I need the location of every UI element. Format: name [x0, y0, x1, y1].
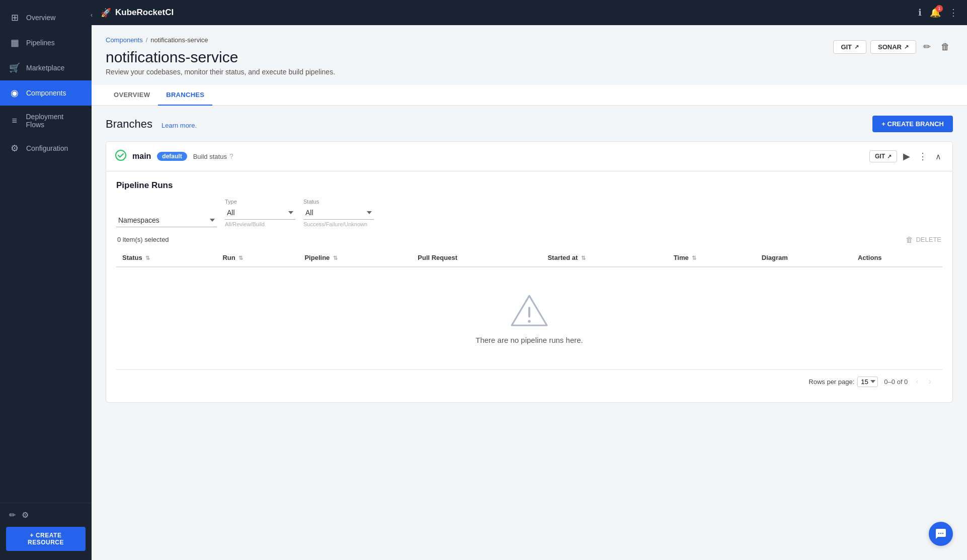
marketplace-icon: 🛒	[9, 62, 20, 73]
pipeline-runs-filters: Namespaces Type All All/Review/Build Sta…	[116, 199, 942, 227]
build-status-label: Build status ?	[193, 152, 233, 160]
namespaces-select[interactable]: Namespaces	[116, 214, 217, 227]
delete-button[interactable]: 🗑 DELETE	[906, 235, 941, 244]
sonar-external-icon: ↗	[904, 44, 909, 50]
svg-point-4	[940, 533, 941, 534]
sidebar-item-label: Marketplace	[26, 64, 64, 72]
main-wrapper: 🚀 KubeRocketCI ℹ 🔔 1 ⋮ Components / noti…	[92, 0, 967, 560]
type-label: Type	[225, 199, 295, 205]
notifications-icon[interactable]: 🔔 1	[930, 7, 941, 18]
sidebar-item-components[interactable]: ◉ Components	[0, 80, 92, 106]
git-external-icon: ↗	[854, 44, 859, 50]
sidebar-item-label: Pipelines	[26, 39, 55, 47]
sonar-button[interactable]: SONAR ↗	[870, 40, 916, 54]
header-actions: GIT ↗ SONAR ↗ ✏ 🗑	[833, 39, 953, 54]
sidebar-item-marketplace[interactable]: 🛒 Marketplace	[0, 55, 92, 80]
col-status[interactable]: Status ⇅	[116, 249, 216, 267]
topbar: 🚀 KubeRocketCI ℹ 🔔 1 ⋮	[92, 0, 967, 25]
empty-state-icon	[509, 293, 549, 328]
learn-more-link[interactable]: Learn more.	[162, 122, 197, 129]
pipelines-icon: ▦	[9, 37, 20, 48]
namespaces-filter: Namespaces	[116, 214, 217, 227]
edit-resource-button[interactable]: ✏	[920, 39, 934, 54]
topbar-icons: ℹ 🔔 1 ⋮	[918, 7, 958, 18]
sidebar-item-overview[interactable]: ⊞ Overview	[0, 5, 92, 30]
sidebar-item-label: Overview	[26, 14, 55, 22]
sidebar-item-deployment-flows[interactable]: ≡ Deployment Flows	[0, 106, 92, 136]
branch-git-external-icon: ↗	[887, 153, 892, 160]
branch-actions: GIT ↗ ▶ Trigger build PipelineRun ⋮ ∧	[869, 149, 943, 164]
status-hint: Success/Failure/Unknown	[303, 221, 374, 227]
rows-per-page-select[interactable]: 15	[857, 377, 878, 387]
rows-per-page-label: Rows per page:	[809, 378, 854, 386]
branch-more-button[interactable]: ⋮	[916, 149, 929, 164]
sidebar-item-configuration[interactable]: ⚙ Configuration	[0, 136, 92, 161]
rows-per-page: Rows per page: 15	[809, 377, 878, 387]
branch-card: main default Build status ? GIT ↗ ▶ Trig…	[106, 141, 953, 403]
empty-state: There are no pipeline runs here.	[116, 267, 942, 369]
trigger-pipeline-run-button[interactable]: ▶ Trigger build PipelineRun	[901, 149, 912, 164]
info-icon[interactable]: ℹ	[918, 7, 922, 18]
sort-pipeline-icon: ⇅	[333, 255, 338, 261]
pipeline-runs-title: Pipeline Runs	[116, 180, 942, 191]
sidebar-item-pipelines[interactable]: ▦ Pipelines	[0, 30, 92, 55]
col-time[interactable]: Time ⇅	[668, 249, 756, 267]
deployment-flows-icon: ≡	[9, 116, 20, 126]
sidebar-settings-icon[interactable]: ⚙	[22, 510, 29, 520]
sidebar-item-label: Configuration	[26, 144, 68, 152]
status-select[interactable]: All	[303, 206, 374, 220]
chat-fab-button[interactable]	[929, 522, 953, 546]
create-branch-button[interactable]: + CREATE BRANCH	[872, 116, 953, 132]
selected-count: 0 item(s) selected	[117, 236, 169, 243]
sort-started-icon: ⇅	[581, 255, 586, 261]
col-started-at[interactable]: Started at ⇅	[541, 249, 667, 267]
main-content: Components / notifications-service notif…	[92, 25, 967, 560]
create-resource-button[interactable]: + CREATE RESOURCE	[6, 527, 86, 551]
prev-page-button[interactable]: ‹	[914, 376, 920, 387]
build-status-help-icon[interactable]: ?	[229, 152, 233, 160]
svg-point-0	[116, 150, 126, 160]
tabs: OVERVIEW BRANCHES	[92, 85, 967, 106]
app-logo: 🚀 KubeRocketCI	[101, 8, 174, 18]
type-select[interactable]: All	[225, 206, 295, 220]
sidebar-collapse-btn[interactable]: ‹	[86, 9, 98, 21]
page-header: notifications-service	[106, 49, 335, 66]
branch-header: main default Build status ? GIT ↗ ▶ Trig…	[106, 142, 952, 171]
breadcrumb: Components / notifications-service	[106, 36, 335, 44]
col-actions: Actions	[852, 249, 942, 267]
breadcrumb-current: notifications-service	[150, 36, 208, 44]
notification-badge: 1	[936, 5, 943, 12]
branch-git-button[interactable]: GIT ↗	[869, 150, 897, 162]
git-button[interactable]: GIT ↗	[833, 40, 866, 54]
sort-time-icon: ⇅	[692, 255, 696, 261]
tab-overview[interactable]: OVERVIEW	[106, 85, 158, 106]
rocket-icon: 🚀	[101, 8, 111, 18]
type-hint: All/Review/Build	[225, 221, 295, 227]
next-page-button[interactable]: ›	[927, 376, 933, 387]
more-menu-icon[interactable]: ⋮	[949, 7, 958, 18]
breadcrumb-separator: /	[146, 36, 148, 44]
delete-icon: 🗑	[906, 235, 913, 244]
svg-point-5	[942, 533, 943, 534]
breadcrumb-parent-link[interactable]: Components	[106, 36, 143, 44]
page-title: notifications-service	[106, 49, 238, 66]
sidebar-item-label: Deployment Flows	[26, 113, 83, 129]
sidebar-edit-icon[interactable]: ✏	[9, 510, 16, 520]
svg-point-2	[528, 320, 531, 323]
overview-icon: ⊞	[9, 12, 20, 23]
sort-status-icon: ⇅	[145, 255, 150, 261]
branch-collapse-button[interactable]: ∧	[933, 150, 943, 163]
col-run[interactable]: Run ⇅	[216, 249, 298, 267]
page-range: 0–0 of 0	[884, 378, 908, 386]
table-controls: 0 item(s) selected 🗑 DELETE	[116, 235, 942, 244]
sidebar: ‹ ⊞ Overview ▦ Pipelines 🛒 Marketplace ◉…	[0, 0, 92, 560]
col-pipeline[interactable]: Pipeline ⇅	[298, 249, 412, 267]
tab-branches[interactable]: BRANCHES	[158, 85, 212, 106]
status-label: Status	[303, 199, 374, 205]
default-badge: default	[157, 152, 187, 161]
delete-resource-button[interactable]: 🗑	[938, 40, 953, 54]
sidebar-item-label: Components	[26, 89, 66, 97]
app-name: KubeRocketCI	[115, 8, 174, 18]
status-filter: Status All Success/Failure/Unknown	[303, 199, 374, 227]
sonar-label: SONAR	[878, 43, 902, 51]
